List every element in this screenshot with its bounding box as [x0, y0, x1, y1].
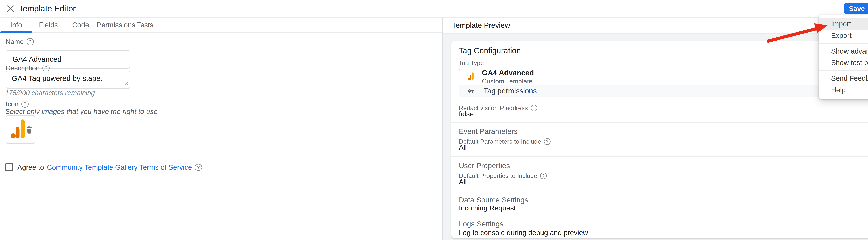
ga4-logo-image	[11, 119, 26, 141]
tag-type-subtitle: Custom Template	[482, 78, 534, 85]
editor-panel: Info Fields Code Permissions Tests Name …	[0, 18, 442, 240]
tab-tests[interactable]: Tests	[129, 18, 161, 32]
agree-help-icon[interactable]	[195, 164, 202, 171]
description-textarea[interactable]: GA4 Tag powered by stape.	[6, 71, 130, 89]
page-title: Template Editor	[19, 0, 76, 17]
tab-permissions[interactable]: Permissions	[97, 18, 129, 32]
section-divider	[452, 122, 868, 123]
menu-item-help[interactable]: Help	[819, 84, 868, 96]
menu-item-import[interactable]: Import	[819, 18, 868, 30]
data-source-settings-heading: Data Source Settings	[459, 196, 528, 204]
default-parameters-help-icon[interactable]	[544, 138, 551, 145]
icon-hint: Select only images that you have the rig…	[5, 107, 157, 116]
menu-item-send-feedback[interactable]: Send Feedback	[819, 73, 868, 84]
icon-help-icon[interactable]	[21, 101, 29, 108]
event-parameters-heading: Event Parameters	[459, 127, 518, 136]
tab-fields[interactable]: Fields	[32, 18, 65, 32]
tab-bar: Info Fields Code Permissions Tests	[0, 18, 442, 33]
agree-row: Agree to Community Template Gallery Term…	[5, 163, 202, 172]
section-divider	[452, 156, 868, 157]
template-editor-window: Template Editor Save Info Fields Code Pe…	[0, 0, 868, 240]
data-source-settings-value: Incoming Request	[459, 204, 516, 212]
chars-remaining: 175/200 characters remaining	[5, 89, 95, 97]
menu-divider	[819, 43, 868, 44]
user-properties-heading: User Properties	[459, 162, 510, 170]
ga4-mini-logo	[468, 72, 474, 82]
logs-settings-value: Log to console during debug and preview	[459, 229, 588, 237]
template-icon-tile	[6, 115, 35, 144]
default-parameters-label: Default Parameters to Include	[459, 138, 551, 145]
default-properties-label: Default Properties to Include	[459, 172, 547, 180]
name-label: Name	[6, 38, 34, 46]
agree-prefix: Agree to	[18, 163, 44, 171]
terms-of-service-link[interactable]: Community Template Gallery Terms of Serv…	[47, 163, 192, 171]
default-properties-label-text: Default Properties to Include	[459, 172, 537, 180]
default-parameters-label-text: Default Parameters to Include	[459, 138, 541, 145]
icon-label: Icon	[6, 100, 29, 108]
preview-panel: Template Preview Tag Configuration Tag T…	[442, 18, 868, 240]
tag-configuration-card: Tag Configuration Tag Type GA4 Advanced …	[452, 41, 868, 238]
description-value: GA4 Tag powered by stape.	[12, 74, 102, 82]
menu-item-show-advanced-settings[interactable]: Show advanced settings	[819, 45, 868, 57]
tag-permissions-label: Tag permissions	[484, 87, 537, 95]
name-help-icon[interactable]	[27, 38, 34, 45]
default-parameters-value: All	[459, 143, 467, 152]
menu-divider	[819, 70, 868, 71]
menu-item-export[interactable]: Export	[819, 30, 868, 42]
key-icon	[468, 86, 474, 96]
tag-type-label: Tag Type	[459, 59, 484, 66]
tag-type-name: GA4 Advanced	[482, 69, 534, 77]
tag-permissions-row[interactable]: Tag permissions	[459, 85, 868, 97]
options-dropdown-menu: Import Export Show advanced settings Sho…	[819, 15, 868, 99]
section-divider	[452, 215, 868, 215]
tab-info[interactable]: Info	[0, 18, 32, 32]
section-divider	[452, 191, 868, 191]
delete-icon-trash[interactable]	[26, 125, 32, 136]
top-bar: Template Editor Save	[0, 0, 868, 18]
save-button[interactable]: Save	[844, 3, 868, 14]
card-title: Tag Configuration	[459, 46, 521, 55]
icon-label-text: Icon	[6, 100, 19, 108]
name-label-text: Name	[6, 38, 24, 46]
default-properties-value: All	[459, 178, 467, 186]
tag-type-selector[interactable]: GA4 Advanced Custom Template	[459, 69, 868, 85]
preview-title: Template Preview	[452, 18, 510, 33]
redact-ip-value: false	[459, 110, 474, 118]
menu-item-show-test-page[interactable]: Show test page	[819, 57, 868, 69]
redact-ip-help-icon[interactable]	[531, 105, 537, 111]
default-properties-help-icon[interactable]	[540, 172, 547, 179]
logs-settings-heading: Logs Settings	[459, 220, 503, 228]
resize-handle-icon[interactable]	[124, 79, 128, 87]
tab-code[interactable]: Code	[65, 18, 97, 32]
agree-checkbox[interactable]	[5, 163, 13, 172]
preview-header: Template Preview	[443, 18, 868, 34]
close-icon[interactable]	[6, 4, 15, 13]
